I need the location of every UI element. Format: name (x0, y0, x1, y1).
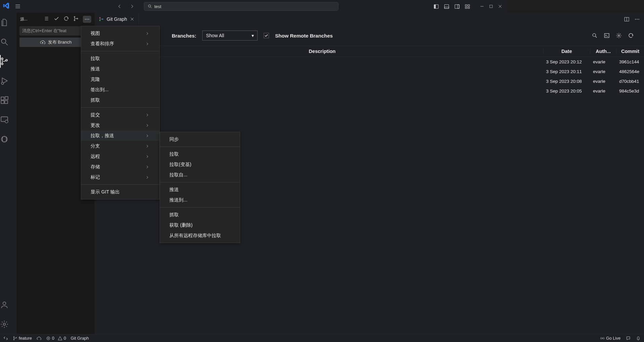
svg-rect-10 (468, 7, 470, 8)
command-center-search[interactable]: test (144, 2, 338, 11)
menu-item[interactable]: 抓取 (81, 95, 159, 105)
menu-item-label: 抓取 (169, 212, 179, 218)
chevron-right-icon (145, 32, 149, 36)
scm-graph-icon[interactable] (73, 16, 79, 23)
menu-item-label: 推送 (169, 187, 179, 193)
menu-item[interactable]: 提交 (81, 110, 159, 120)
more-actions-icon[interactable] (83, 16, 91, 23)
svg-rect-11 (490, 5, 492, 8)
menu-item-label: 提交 (91, 112, 100, 118)
commit-check-icon[interactable] (54, 16, 59, 23)
titlebar-right (433, 4, 504, 9)
menu-item[interactable]: 抓取 (160, 210, 240, 220)
menu-item[interactable]: 推送 (81, 64, 159, 74)
svg-rect-19 (5, 101, 8, 104)
menu-item-label: 推送到... (169, 197, 187, 203)
title-bar: test (0, 0, 507, 13)
branches-label: Branches: (172, 33, 196, 39)
show-remote-checkbox[interactable] (264, 33, 269, 38)
git-graph-tab-icon (99, 16, 104, 22)
menu-separator (81, 51, 159, 51)
menu-item[interactable]: 获取 (删除) (160, 220, 240, 230)
chevron-right-icon (145, 175, 149, 179)
toggle-secondary-sidebar-icon[interactable] (454, 4, 460, 9)
svg-point-0 (148, 5, 151, 7)
editor-tabs: Git Graph (95, 13, 507, 25)
dropdown-caret-icon: ▾ (252, 33, 254, 38)
scm-header-actions (44, 16, 91, 23)
menu-item[interactable]: 显示 GIT 输出 (81, 187, 159, 197)
menu-item-label: 视图 (91, 31, 100, 37)
menu-item-label: 拉取 (169, 151, 179, 157)
tab-git-graph[interactable]: Git Graph (95, 13, 139, 25)
menu-item-label: 标记 (91, 174, 100, 180)
menu-item[interactable]: 存储 (81, 162, 159, 172)
menu-separator (160, 207, 240, 208)
view-as-list-icon[interactable] (44, 16, 50, 23)
svg-point-32 (99, 17, 100, 18)
menu-separator (160, 147, 240, 147)
menu-separator (81, 184, 159, 185)
menu-item[interactable]: 查看和排序 (81, 39, 159, 49)
menu-item[interactable]: 分支 (81, 141, 159, 151)
remote-explorer-icon[interactable] (0, 113, 17, 126)
menu-item[interactable]: 拉取，推送 (81, 130, 159, 141)
toggle-panel-icon[interactable] (444, 4, 449, 9)
gitlens-icon[interactable] (0, 133, 17, 146)
activity-bar (0, 13, 17, 269)
menu-item-label: 查看和排序 (91, 41, 114, 47)
svg-point-12 (1, 39, 6, 43)
svg-point-31 (88, 19, 89, 19)
run-debug-icon[interactable] (0, 74, 17, 87)
svg-point-22 (5, 120, 8, 123)
menu-item[interactable]: 更改 (81, 120, 159, 130)
chevron-right-icon (145, 165, 149, 169)
svg-rect-7 (465, 4, 467, 6)
menu-item[interactable]: 拉取 (81, 53, 159, 64)
pull-push-submenu[interactable]: 同步拉取拉取(变基)拉取自...推送推送到...抓取获取 (删除)从所有远程存储… (160, 132, 240, 243)
menu-item-label: 分支 (91, 143, 100, 149)
menu-item[interactable]: 标记 (81, 172, 159, 182)
menu-item[interactable]: 从所有远程存储库中拉取 (160, 230, 240, 241)
window-minimize-icon[interactable] (480, 4, 484, 9)
search-activity-icon[interactable] (0, 36, 17, 48)
svg-point-16 (1, 82, 3, 84)
source-control-icon[interactable] (0, 55, 17, 68)
app-menu-icon[interactable] (15, 3, 21, 9)
menu-item[interactable]: 推送 (160, 184, 240, 195)
svg-rect-4 (444, 7, 449, 8)
svg-point-30 (87, 19, 87, 19)
scm-more-menu[interactable]: 视图查看和排序拉取推送克隆签出到...抓取提交更改拉取，推送分支远程存储标记显示… (81, 26, 160, 199)
menu-item[interactable]: 推送到... (160, 195, 240, 205)
menu-item[interactable]: 拉取自... (160, 170, 240, 180)
chevron-right-icon (145, 155, 149, 159)
nav-back-icon[interactable] (116, 2, 124, 10)
customize-layout-icon[interactable] (465, 4, 470, 9)
nav-forward-icon[interactable] (128, 2, 136, 10)
menu-separator (81, 107, 159, 108)
window-maximize-icon[interactable] (489, 4, 493, 8)
window-close-icon[interactable] (498, 4, 502, 9)
tab-close-icon[interactable] (130, 17, 135, 21)
branches-select[interactable]: Show All ▾ (202, 31, 258, 41)
menu-item[interactable]: 拉取 (160, 149, 240, 159)
chevron-right-icon (145, 123, 149, 127)
menu-item[interactable]: 拉取(变基) (160, 159, 240, 170)
menu-item[interactable]: 视图 (81, 28, 159, 39)
toggle-primary-sidebar-icon[interactable] (433, 4, 439, 9)
explorer-icon[interactable] (0, 16, 17, 29)
svg-point-26 (74, 16, 75, 17)
extensions-icon[interactable] (0, 94, 17, 107)
refresh-icon[interactable] (63, 16, 69, 23)
titlebar-nav: test (116, 2, 338, 11)
cloud-upload-icon (40, 40, 45, 45)
menu-item-label: 从所有远程存储库中拉取 (169, 233, 221, 239)
menu-item-label: 克隆 (91, 76, 100, 82)
menu-item[interactable]: 签出到... (81, 84, 159, 95)
menu-item[interactable]: 远程 (81, 151, 159, 162)
menu-item-label: 抓取 (91, 97, 100, 103)
branches-value: Show All (206, 33, 224, 38)
titlebar-left (3, 2, 21, 10)
menu-item[interactable]: 同步 (160, 134, 240, 145)
menu-item[interactable]: 克隆 (81, 74, 159, 84)
